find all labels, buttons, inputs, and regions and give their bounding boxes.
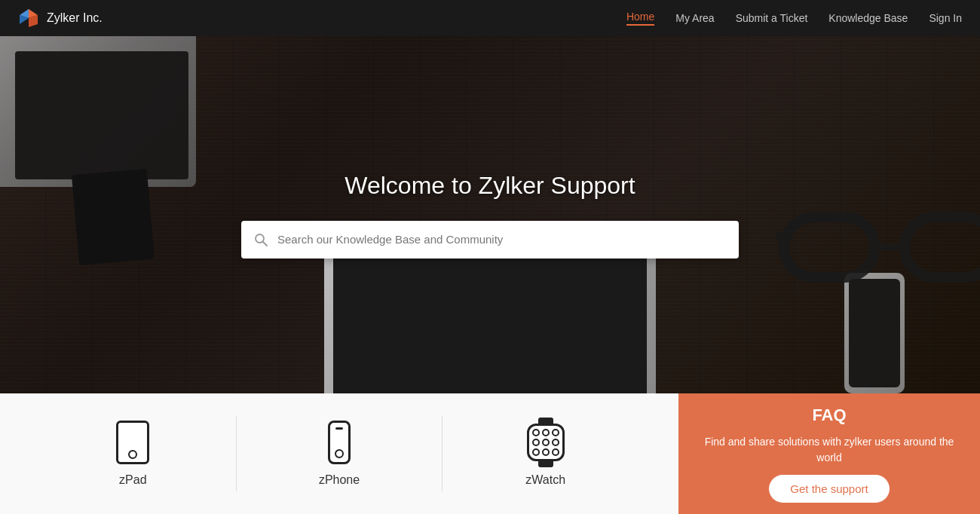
svg-line-10 bbox=[263, 241, 268, 246]
hero-content: Welcome to Zylker Support bbox=[0, 172, 980, 259]
zphone-label: zPhone bbox=[319, 473, 360, 487]
laptop-decoration bbox=[0, 36, 196, 187]
zwatch-body bbox=[527, 424, 565, 461]
nav-submit-ticket[interactable]: Submit a Ticket bbox=[736, 12, 808, 24]
zwatch-icon bbox=[527, 421, 565, 464]
zwatch-dot bbox=[532, 429, 540, 436]
search-bar bbox=[241, 221, 739, 259]
products-section: zPad zPhone bbox=[0, 393, 678, 514]
zpad-label: zPad bbox=[119, 473, 146, 487]
product-zwatch: zWatch bbox=[443, 421, 648, 487]
zwatch-dots bbox=[532, 429, 559, 456]
zwatch-dot bbox=[552, 448, 559, 456]
zwatch-dot bbox=[542, 439, 550, 446]
zwatch-band-bottom bbox=[538, 461, 553, 467]
zwatch-dot bbox=[552, 439, 559, 446]
nav-links: Home My Area Submit a Ticket Knowledge B… bbox=[626, 11, 962, 26]
faq-description: Find and share solutions with zylker use… bbox=[694, 434, 965, 466]
brand-name: Zylker Inc. bbox=[47, 11, 103, 25]
nav-my-area[interactable]: My Area bbox=[675, 12, 714, 24]
nav-sign-in[interactable]: Sign In bbox=[929, 12, 962, 24]
brand-logo-icon bbox=[18, 8, 39, 29]
get-support-button[interactable]: Get the support bbox=[769, 475, 889, 503]
faq-section: FAQ Find and share solutions with zylker… bbox=[678, 393, 980, 514]
product-zphone: zPhone bbox=[237, 421, 443, 487]
zwatch-band-top bbox=[538, 418, 553, 424]
zwatch-label: zWatch bbox=[525, 473, 565, 487]
hero-title: Welcome to Zylker Support bbox=[0, 172, 980, 200]
search-input[interactable] bbox=[277, 233, 727, 246]
product-zpad: zPad bbox=[30, 421, 236, 487]
navbar: Zylker Inc. Home My Area Submit a Ticket… bbox=[0, 0, 980, 36]
hero-section: Welcome to Zylker Support bbox=[0, 36, 980, 393]
nav-home[interactable]: Home bbox=[626, 11, 654, 26]
zwatch-dot bbox=[552, 429, 559, 436]
faq-title: FAQ bbox=[812, 405, 846, 425]
zwatch-dot bbox=[532, 448, 540, 456]
zpad-icon bbox=[116, 421, 149, 464]
search-icon bbox=[253, 232, 268, 247]
zwatch-dot bbox=[542, 448, 550, 456]
brand: Zylker Inc. bbox=[18, 8, 103, 29]
bottom-section: zPad zPhone bbox=[0, 393, 980, 514]
nav-knowledge-base[interactable]: Knowledge Base bbox=[828, 12, 908, 24]
zphone-icon bbox=[328, 421, 351, 464]
zwatch-dot bbox=[542, 429, 550, 436]
zwatch-dot bbox=[532, 439, 540, 446]
